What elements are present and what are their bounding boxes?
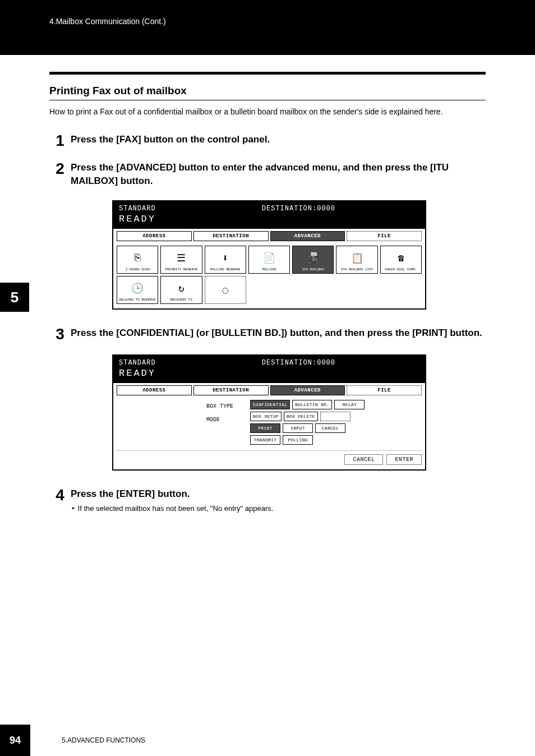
page-icon: 📄 (263, 247, 275, 268)
header-bar: 4.Mailbox Communication (Cont.) (0, 0, 535, 55)
btn-relay[interactable]: RELAY (334, 400, 365, 409)
phone-icon: ☎ (398, 247, 404, 268)
btn-bulletin[interactable]: BULLETIN BD. (292, 400, 332, 409)
doc-icon: ⎘ (135, 247, 141, 268)
down-icon: ⬇ (222, 247, 228, 268)
tab-address[interactable]: ADDRESS (117, 231, 192, 241)
bottom-buttons: CANCEL ENTER (117, 450, 422, 465)
btn-polling[interactable]: 📄POLLING (248, 246, 290, 274)
tab-destination[interactable]: DESTINATION (193, 231, 269, 241)
step-2: 2 Press the [ADVANCED] button to enter t… (49, 161, 486, 188)
step-title: Press the [FAX] button on the control pa… (71, 133, 486, 146)
btn-input[interactable]: INPUT (283, 423, 313, 433)
btn-itu-mailbox-list[interactable]: 📋ITU MAILBOX LIST (336, 246, 377, 274)
tab-destination[interactable]: DESTINATION (193, 385, 269, 395)
btn-priority-reserve[interactable]: ☰PRIORITY RESERVE (160, 246, 202, 274)
step-number: 1 (49, 133, 71, 149)
tab-file[interactable]: FILE (347, 385, 422, 395)
side-chapter-tab: 5 (0, 283, 29, 312)
tab-address[interactable]: ADDRESS (117, 385, 192, 395)
btn-box-delete[interactable]: BOX DELETE (284, 412, 318, 421)
footer-chapter: 5.ADVANCED FUNCTIONS (62, 736, 145, 744)
tab-row: ADDRESS DESTINATION ADVANCED FILE (117, 231, 422, 241)
breadcrumb: 4.Mailbox Communication (Cont.) (49, 17, 166, 26)
fax-screenshot-2: STANDARD DESTINATION:0000 READY ADDRESS … (112, 354, 486, 471)
step-1: 1 Press the [FAX] button on the control … (49, 133, 486, 149)
section-heading: Printing Fax out of mailbox (49, 85, 486, 100)
btn-chain-dial[interactable]: ☎CHAIN DIAL COMM. (380, 246, 422, 274)
tab-file[interactable]: FILE (347, 231, 422, 241)
box-type-label: BOX TYPE (206, 400, 233, 413)
step-number: 4 (49, 487, 71, 503)
page-number: 94 (0, 725, 30, 756)
icon-grid: ⎘2-SIDED SCAN ☰PRIORITY RESERVE ⬇POLLING… (117, 246, 422, 304)
mode-labels: BOX TYPE MODE (117, 400, 233, 445)
status-left: STANDARD (119, 359, 156, 367)
status-right: DESTINATION:0000 (262, 359, 335, 367)
tab-row: ADDRESS DESTINATION ADVANCED FILE (117, 385, 422, 395)
refresh-icon: ↻ (178, 278, 185, 298)
tab-advanced[interactable]: ADVANCED (270, 385, 345, 395)
mailbox-icon: 📠 (307, 247, 319, 268)
ready-label: READY (119, 214, 419, 224)
ready-label: READY (119, 368, 419, 379)
btn-recovery-tx[interactable]: ↻RECOVERY TX (160, 276, 202, 304)
btn-enter[interactable]: ENTER (386, 454, 422, 465)
divider-rule (49, 72, 486, 75)
btn-disabled (320, 412, 350, 421)
btn-cancel[interactable]: CANCEL (344, 454, 383, 465)
btn-itu-mailbox[interactable]: 📠ITU MAILBOX (292, 246, 334, 274)
step-4: 4 Press the [ENTER] button. •If the sele… (49, 487, 486, 513)
mode-label: MODE (206, 413, 233, 427)
listdoc-icon: 📋 (351, 247, 363, 268)
step-number: 3 (49, 326, 71, 342)
btn-box-setup[interactable]: BOX SETUP (250, 412, 282, 421)
step-title: Press the [ENTER] button. (71, 487, 486, 501)
footer: 94 5.ADVANCED FUNCTIONS (0, 725, 535, 756)
content-area: Printing Fax out of mailbox How to print… (0, 55, 535, 513)
clock-icon: 🕒 (131, 278, 144, 298)
btn-disabled: ◌ (205, 276, 246, 304)
status-right: DESTINATION:0000 (262, 205, 335, 213)
blank-icon: ◌ (222, 278, 228, 302)
btn-cancel-mode[interactable]: CANCEL (315, 423, 345, 433)
step-note: •If the selected mailbox has not been se… (72, 504, 486, 513)
btn-transmit[interactable]: TRANSMIT (250, 435, 280, 445)
btn-polling-reserve[interactable]: ⬇POLLING RESERVE (205, 246, 246, 274)
btn-confidential[interactable]: CONFIDENTIAL (250, 400, 290, 409)
btn-2sided-scan[interactable]: ⎘2-SIDED SCAN (117, 246, 158, 274)
status-left: STANDARD (119, 205, 156, 213)
step-title: Press the [ADVANCED] button to enter the… (71, 161, 486, 188)
tab-advanced[interactable]: ADVANCED (270, 231, 345, 241)
fax-screenshot-1: STANDARD DESTINATION:0000 READY ADDRESS … (112, 200, 486, 310)
btn-polling[interactable]: POLLING (283, 435, 313, 445)
step-number: 2 (49, 161, 71, 177)
list-icon: ☰ (177, 247, 186, 268)
step-title: Press the [CONFIDENTIAL] (or [BULLETIN B… (71, 326, 486, 340)
step-3: 3 Press the [CONFIDENTIAL] (or [BULLETIN… (49, 326, 486, 342)
btn-print[interactable]: PRINT (250, 423, 280, 433)
btn-delayed-tx[interactable]: 🕒DELAYED TX RESERVE (117, 276, 158, 304)
bullet-icon: • (72, 504, 75, 513)
intro-text: How to print a Fax out of a confidential… (49, 106, 486, 117)
